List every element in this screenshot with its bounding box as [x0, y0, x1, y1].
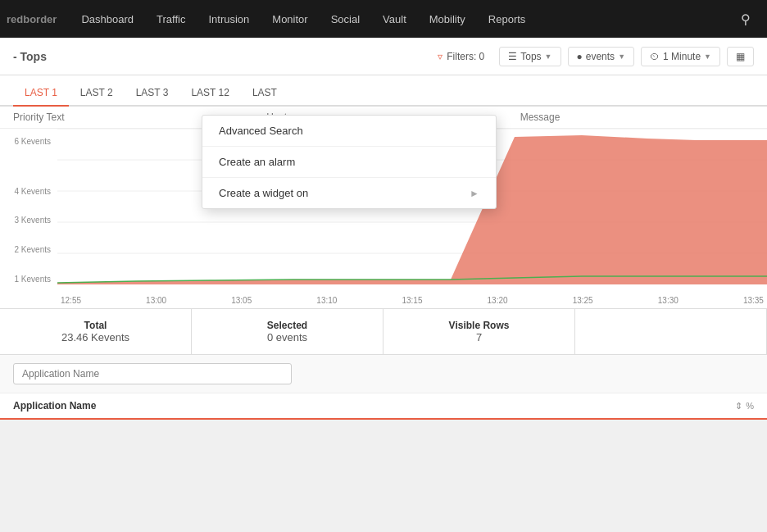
x-label-1335: 13:35	[743, 296, 764, 305]
navbar: redborder Dashboard Traffic Intrusion Mo…	[0, 0, 767, 38]
page-title: - Tops	[13, 50, 47, 63]
stats-row: Total 23.46 Kevents Selected 0 events Vi…	[0, 309, 767, 355]
time-label: 1 Minute	[663, 51, 701, 62]
col-sort-pct[interactable]: ⇕ %	[735, 401, 754, 412]
sort-pct-label: %	[746, 401, 754, 411]
events-dropdown[interactable]: ● events ▼	[568, 47, 635, 66]
selected-label: Selected	[267, 320, 307, 331]
time-caret: ▼	[704, 52, 711, 61]
time-dropdown[interactable]: ⏲ 1 Minute ▼	[641, 47, 720, 66]
nav-monitor[interactable]: Monitor	[261, 0, 319, 38]
y-label-4: 4 Kevents	[7, 187, 51, 196]
chevron-right-icon: ►	[470, 188, 479, 199]
nav-links: Dashboard Traffic Intrusion Monitor Soci…	[70, 0, 731, 38]
nav-intrusion[interactable]: Intrusion	[197, 0, 261, 38]
tab-last2[interactable]: LAST 2	[69, 80, 125, 107]
x-label-1310: 13:10	[316, 296, 337, 305]
tops-dropdown[interactable]: ☰ Tops ▼	[499, 47, 560, 66]
tabs-bar: LAST 1 LAST 2 LAST 3 LAST 12 LAST	[0, 75, 767, 107]
tops-caret: ▼	[545, 52, 552, 61]
nav-mobility[interactable]: Mobility	[418, 0, 477, 38]
filter-label: Filters: 0	[447, 51, 484, 62]
menu-item-create-widget-label: Create a widget on	[219, 187, 308, 199]
menu-item-create-alarm[interactable]: Create an alarm	[202, 147, 496, 178]
total-label: Total	[84, 320, 107, 331]
tops-label: Tops	[520, 51, 541, 62]
col-message: Message	[520, 111, 754, 123]
y-label-6: 6 Kevents	[7, 137, 51, 146]
col-header-row: Application Name ⇕ %	[0, 393, 767, 420]
x-label-1305: 13:05	[231, 296, 252, 305]
menu-item-advanced-search-label: Advanced Search	[219, 125, 303, 137]
chart-x-labels: 12:55 13:00 13:05 13:10 13:15 13:20 13:2…	[57, 296, 767, 305]
search-row	[0, 355, 767, 393]
chart-type-button[interactable]: ▦	[727, 47, 754, 66]
context-menu: Advanced Search Create an alarm Create a…	[202, 115, 497, 209]
nav-dashboard[interactable]: Dashboard	[70, 0, 145, 38]
brand-text: redborder	[7, 13, 57, 25]
total-value: 23.46 Kevents	[61, 331, 129, 343]
selected-value: 0 events	[267, 331, 307, 343]
x-label-1325: 13:25	[573, 296, 593, 305]
chart-icon: ▦	[736, 51, 745, 62]
brand-logo[interactable]: redborder	[7, 13, 57, 25]
menu-item-create-alarm-label: Create an alarm	[219, 156, 295, 168]
events-caret: ▼	[618, 52, 625, 61]
app-name-search[interactable]	[13, 363, 292, 384]
stat-visible: Visible Rows 7	[384, 309, 575, 354]
menu-item-create-widget[interactable]: Create a widget on ►	[202, 178, 496, 208]
y-label-2: 2 Kevents	[7, 245, 51, 254]
x-label-1300: 13:00	[146, 296, 166, 305]
events-icon: ●	[577, 51, 583, 62]
stat-extra	[575, 309, 767, 354]
x-label-1315: 13:15	[402, 296, 422, 305]
tab-last3[interactable]: LAST 3	[125, 80, 180, 107]
search-icon[interactable]: ⚲	[731, 11, 760, 27]
top-bar: - Tops ▿ Filters: 0 ☰ Tops ▼ ● events ▼ …	[0, 38, 767, 75]
tab-last[interactable]: LAST	[241, 80, 288, 107]
col-app-name-label: Application Name	[13, 400, 735, 412]
stat-total: Total 23.46 Kevents	[0, 309, 192, 354]
tops-icon: ☰	[508, 51, 517, 62]
nav-reports[interactable]: Reports	[477, 0, 538, 38]
nav-vault[interactable]: Vault	[371, 0, 418, 38]
sort-icon: ⇕	[735, 401, 742, 412]
nav-social[interactable]: Social	[320, 0, 371, 38]
x-label-1255: 12:55	[61, 296, 81, 305]
filter-icon: ▿	[438, 51, 442, 62]
tab-last1[interactable]: LAST 1	[13, 80, 69, 107]
chart-y-labels: 6 Kevents 4 Kevents 3 Kevents 2 Kevents …	[0, 137, 57, 284]
nav-traffic[interactable]: Traffic	[145, 0, 197, 38]
filter-button[interactable]: ▿ Filters: 0	[429, 48, 492, 66]
x-label-1320: 13:20	[488, 296, 508, 305]
clock-icon: ⏲	[650, 51, 660, 62]
y-label-3: 3 Kevents	[7, 216, 51, 225]
visible-value: 7	[476, 331, 482, 343]
stat-selected: Selected 0 events	[192, 309, 384, 354]
y-label-1: 1 Kevents	[7, 275, 51, 284]
events-label: events	[586, 51, 615, 62]
menu-item-advanced-search[interactable]: Advanced Search	[202, 116, 496, 147]
top-bar-controls: ▿ Filters: 0 ☰ Tops ▼ ● events ▼ ⏲ 1 Min…	[429, 47, 754, 66]
x-label-1330: 13:30	[658, 296, 678, 305]
tab-last12[interactable]: LAST 12	[179, 80, 240, 107]
visible-label: Visible Rows	[449, 320, 510, 331]
